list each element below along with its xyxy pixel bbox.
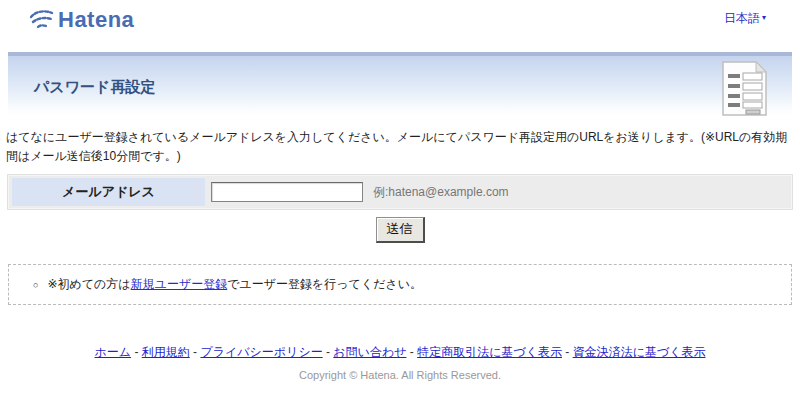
copyright: Copyright © Hatena. All Rights Reserved.	[0, 369, 800, 381]
footer-links: ホーム - 利用規約 - プライバシーポリシー - お問い合わせ - 特定商取引…	[0, 344, 800, 361]
footer-link-terms[interactable]: 利用規約	[142, 345, 190, 359]
language-label: 日本語	[724, 11, 760, 25]
email-label: メールアドレス	[12, 178, 205, 206]
circle-bullet-icon: ○	[33, 280, 38, 290]
footer-link-contact[interactable]: お問い合わせ	[333, 345, 406, 359]
page-title: パスワード再設定	[34, 78, 155, 97]
footer-link-payment-law[interactable]: 資金決済法に基づく表示	[573, 345, 706, 359]
chevron-down-icon: ▾	[762, 13, 766, 22]
notice-box: ○ ※初めての方は新規ユーザー登録でユーザー登録を行ってください。	[8, 264, 792, 305]
top-bar: Hatena 日本語▾	[0, 0, 800, 44]
notice-suffix: でユーザー登録を行ってください。	[227, 277, 422, 291]
separator: -	[190, 345, 201, 359]
separator: -	[323, 345, 334, 359]
submit-button[interactable]: 送信	[376, 217, 425, 243]
notice-prefix: ※初めての方は	[47, 277, 130, 291]
email-form-row: メールアドレス 例:hatena@example.com	[8, 175, 792, 209]
footer: ホーム - 利用規約 - プライバシーポリシー - お問い合わせ - 特定商取引…	[0, 344, 800, 381]
hatena-logo[interactable]: Hatena	[30, 7, 134, 33]
hatena-logo-icon	[30, 9, 54, 31]
signup-link[interactable]: 新規ユーザー登録	[131, 277, 228, 291]
notice-text: ※初めての方は新規ユーザー登録でユーザー登録を行ってください。	[47, 276, 422, 293]
email-input[interactable]	[211, 182, 363, 202]
instruction-text: はてなにユーザー登録されているメールアドレスを入力してください。メールにてパスワ…	[6, 128, 794, 165]
form-document-icon	[716, 60, 772, 118]
submit-row: 送信	[0, 217, 800, 243]
page-header: パスワード再設定	[8, 52, 792, 116]
footer-link-commercial-law[interactable]: 特定商取引法に基づく表示	[417, 345, 562, 359]
email-example: 例:hatena@example.com	[373, 184, 509, 201]
separator: -	[406, 345, 417, 359]
language-link[interactable]: 日本語▾	[724, 10, 766, 27]
footer-link-home[interactable]: ホーム	[95, 345, 132, 359]
separator: -	[131, 345, 142, 359]
footer-link-privacy[interactable]: プライバシーポリシー	[200, 345, 322, 359]
separator: -	[562, 345, 573, 359]
hatena-logo-text: Hatena	[58, 7, 134, 33]
